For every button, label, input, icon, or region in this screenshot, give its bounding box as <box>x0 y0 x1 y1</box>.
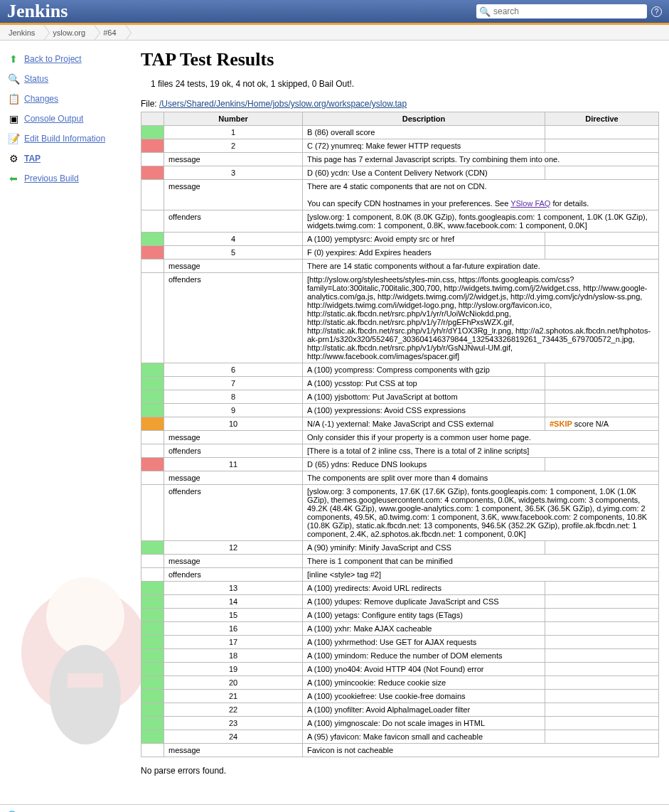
table-row: 11D (65) ydns: Reduce DNS lookups <box>141 458 659 471</box>
content: TAP Test Results 1 files 24 tests, 19 ok… <box>135 41 669 804</box>
desc-cell: F (0) yexpires: Add Expires headers <box>303 246 545 260</box>
num-cell: 8 <box>164 390 303 404</box>
table-row: 24A (95) yfavicon: Make favicon small an… <box>141 730 659 744</box>
directive-cell <box>545 717 659 730</box>
desc-cell: C (72) ynumreq: Make fewer HTTP requests <box>303 139 545 153</box>
table-row: 10N/A (-1) yexternal: Make JavaScript an… <box>141 417 659 431</box>
file-link[interactable]: /Users/Shared/Jenkins/Home/jobs/yslow.or… <box>159 99 407 109</box>
sub-key: offenders <box>164 210 303 233</box>
num-cell: 20 <box>164 676 303 690</box>
sidebar-item[interactable]: ⬆Back to Project <box>7 49 135 69</box>
crumb-project[interactable]: yslow.org <box>44 25 95 40</box>
sub-val: There are 4 static components that are n… <box>303 180 659 210</box>
table-row: messageThis page has 7 external Javascri… <box>141 153 659 166</box>
table-row: 5F (0) yexpires: Add Expires headers <box>141 246 659 260</box>
status-cell <box>141 609 164 622</box>
table-row: 6A (100) ycompress: Compress components … <box>141 363 659 377</box>
num-cell: 6 <box>164 363 303 377</box>
sidebar-item[interactable]: ⬅Previous Build <box>7 169 135 188</box>
directive-cell <box>545 636 659 649</box>
num-cell: 10 <box>164 417 303 431</box>
directive-cell: #SKIP score N/A <box>545 417 659 431</box>
sub-val: Only consider this if your property is a… <box>303 431 659 444</box>
table-row: 13A (100) yredirects: Avoid URL redirect… <box>141 582 659 595</box>
sub-val: [inline <style> tag #2] <box>303 568 659 582</box>
directive-cell <box>545 363 659 377</box>
table-row: offenders[yslow.org: 3 components, 17.6K… <box>141 485 659 541</box>
sidebar-link[interactable]: Previous Build <box>24 173 79 183</box>
sub-key: message <box>164 153 303 166</box>
table-row: messageThere is 1 component that can be … <box>141 555 659 568</box>
sidebar-icon: ⬅ <box>7 172 20 185</box>
table-row: 17A (100) yxhrmethod: Use GET for AJAX r… <box>141 636 659 649</box>
table-row: messageThere are 4 static components tha… <box>141 180 659 210</box>
status-cell <box>141 541 164 555</box>
status-cell <box>141 676 164 690</box>
yslow-faq-link[interactable]: YSlow FAQ <box>510 199 550 208</box>
sidebar-link[interactable]: Status <box>24 74 48 84</box>
sub-key: offenders <box>164 568 303 582</box>
num-cell: 21 <box>164 690 303 703</box>
help-icon[interactable]: ? <box>651 6 662 17</box>
search-wrap: 🔍 ? <box>476 4 662 18</box>
directive-cell <box>545 649 659 663</box>
th-description: Description <box>303 112 545 126</box>
sidebar-icon: ⚙ <box>7 152 20 165</box>
directive-cell <box>545 139 659 153</box>
num-cell: 15 <box>164 609 303 622</box>
sub-val: This page has 7 external Javascript scri… <box>303 153 659 166</box>
sidebar-item[interactable]: 📋Changes <box>7 89 135 109</box>
table-row: 18A (100) ymindom: Reduce the number of … <box>141 649 659 663</box>
table-row: offenders[inline <style> tag #2] <box>141 568 659 582</box>
sub-key: offenders <box>164 273 303 363</box>
desc-cell: A (100) ymincookie: Reduce cookie size <box>303 676 545 690</box>
desc-cell: D (65) ydns: Reduce DNS lookups <box>303 458 545 471</box>
sidebar-item[interactable]: ▣Console Output <box>7 109 135 129</box>
file-label: File: /Users/Shared/Jenkins/Home/jobs/ys… <box>141 99 659 109</box>
desc-cell: A (100) yimgnoscale: Do not scale images… <box>303 717 545 730</box>
directive-cell <box>545 390 659 404</box>
sidebar-item[interactable]: 📝Edit Build Information <box>7 129 135 149</box>
status-cell <box>141 404 164 417</box>
footer: 🌐 Help us localize this page Page genera… <box>0 804 669 812</box>
th-number: Number <box>164 112 303 126</box>
table-row: 15A (100) yetags: Configure entity tags … <box>141 609 659 622</box>
num-cell: 1 <box>164 126 303 139</box>
directive-cell <box>545 541 659 555</box>
table-row: 9A (100) yexpressions: Avoid CSS express… <box>141 404 659 417</box>
crumb-jenkins[interactable]: Jenkins <box>0 25 44 40</box>
sidebar-item[interactable]: 🔍Status <box>7 69 135 89</box>
header: Jenkins 🔍 ? <box>0 0 669 25</box>
status-cell <box>141 622 164 636</box>
sidebar-link[interactable]: Edit Build Information <box>24 134 105 144</box>
table-row: 7A (100) ycsstop: Put CSS at top <box>141 377 659 390</box>
table-row: 1B (86) overall score <box>141 126 659 139</box>
directive-cell <box>545 404 659 417</box>
status-cell <box>141 690 164 703</box>
directive-cell <box>545 595 659 609</box>
sidebar-link[interactable]: TAP <box>24 154 41 164</box>
status-cell <box>141 663 164 676</box>
table-row: 14A (100) ydupes: Remove duplicate JavaS… <box>141 595 659 609</box>
table-row: 3D (60) ycdn: Use a Content Delivery Net… <box>141 166 659 180</box>
sidebar-link[interactable]: Console Output <box>24 114 83 124</box>
num-cell: 5 <box>164 246 303 260</box>
sidebar-link[interactable]: Changes <box>24 94 58 104</box>
sub-key: message <box>164 260 303 273</box>
directive-cell <box>545 458 659 471</box>
sub-val: [yslow.org: 1 component, 8.0K (8.0K GZip… <box>303 210 659 233</box>
status-cell <box>141 636 164 649</box>
sub-key: message <box>164 180 303 210</box>
num-cell: 9 <box>164 404 303 417</box>
jenkins-logo[interactable]: Jenkins <box>7 1 68 22</box>
table-row: 8A (100) yjsbottom: Put JavaScript at bo… <box>141 390 659 404</box>
search-box[interactable]: 🔍 <box>476 4 647 18</box>
status-cell <box>141 717 164 730</box>
sub-val: There is 1 component that can be minifie… <box>303 555 659 568</box>
sidebar-item[interactable]: ⚙TAP <box>7 149 135 169</box>
num-cell: 2 <box>164 139 303 153</box>
status-cell <box>141 139 164 153</box>
status-cell <box>141 582 164 595</box>
sidebar-link[interactable]: Back to Project <box>24 54 82 64</box>
search-input[interactable] <box>491 5 644 18</box>
